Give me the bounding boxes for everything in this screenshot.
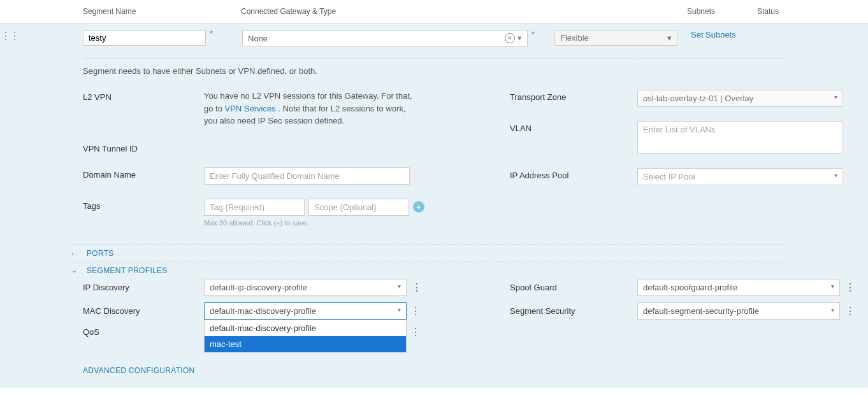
chevron-down-icon: ▾ <box>398 306 401 316</box>
set-subnets-link[interactable]: Set Subnets <box>691 30 736 39</box>
ip-pool-placeholder: Select IP Pool <box>643 172 695 181</box>
mac-discovery-select[interactable]: default-mac-discovery-profile ▾ <box>204 302 407 320</box>
header-subnets: Subnets <box>687 7 757 16</box>
qos-label: QoS <box>83 327 204 337</box>
ip-discovery-label: IP Discovery <box>83 283 204 292</box>
add-tag-button[interactable]: + <box>413 201 424 213</box>
tags-hint: Max 30 allowed. Click (+) to save. <box>204 219 510 227</box>
l2vpn-label: L2 VPN <box>83 90 204 102</box>
vpn-services-link[interactable]: VPN Services <box>225 104 276 113</box>
ip-discovery-value: default-ip-discovery-profile <box>210 283 307 292</box>
segment-type-value: Flexible <box>560 33 589 43</box>
spoof-guard-select[interactable]: default-spoofguard-profile ▾ <box>637 279 840 296</box>
required-indicator: * <box>532 29 535 39</box>
segment-profiles-section-link[interactable]: SEGMENT PROFILES <box>87 266 168 275</box>
mac-discovery-option[interactable]: default-mac-discovery-profile <box>205 320 406 336</box>
ports-section-link[interactable]: PORTS <box>87 249 114 258</box>
mac-discovery-value: default-mac-discovery-profile <box>210 306 316 316</box>
domain-name-label: Domain Name <box>83 167 204 180</box>
vlan-label: VLAN <box>510 121 637 133</box>
qos-actions[interactable]: ⋮ <box>410 326 419 338</box>
scope-input[interactable] <box>308 199 409 216</box>
spoof-guard-value: default-spoofguard-profile <box>643 283 737 292</box>
spoof-guard-actions[interactable]: ⋮ <box>845 281 854 293</box>
table-header: Segment Name Connected Gateway & Type Su… <box>0 0 868 24</box>
segment-security-select[interactable]: default-segment-security-profile ▾ <box>637 302 840 320</box>
segment-security-actions[interactable]: ⋮ <box>845 305 854 317</box>
vlan-input[interactable]: Enter List of VLANs <box>637 121 843 154</box>
clear-gateway-icon[interactable]: ✕ <box>505 33 515 43</box>
tags-label: Tags <box>83 199 204 211</box>
profiles-expand-toggle[interactable]: ⌄ <box>71 266 79 274</box>
segment-type-select[interactable]: Flexible ▾ <box>554 30 677 46</box>
connected-gateway-value: None <box>248 34 268 43</box>
spoof-guard-label: Spoof Guard <box>510 283 637 292</box>
chevron-down-icon: ▾ <box>831 283 834 292</box>
mac-discovery-actions[interactable]: ⋮ <box>410 305 419 317</box>
header-segment-name: Segment Name <box>25 7 241 16</box>
row-drag-handle[interactable]: ⋮⋮ <box>0 30 19 42</box>
connected-gateway-select[interactable]: None ✕ ▾ <box>242 30 528 46</box>
transport-zone-label: Transport Zone <box>510 90 637 102</box>
transport-zone-select[interactable]: osl-lab-overlay-tz-01 | Overlay ▾ <box>637 90 843 107</box>
ip-discovery-actions[interactable]: ⋮ <box>412 281 421 293</box>
tag-input[interactable] <box>204 199 305 216</box>
chevron-down-icon: ▾ <box>398 283 401 292</box>
mac-discovery-option[interactable]: mac-test <box>205 336 406 352</box>
segment-security-label: Segment Security <box>510 306 637 316</box>
chevron-down-icon: ▾ <box>831 306 834 316</box>
required-indicator: * <box>210 29 213 38</box>
transport-zone-value: osl-lab-overlay-tz-01 | Overlay <box>643 94 753 103</box>
ip-pool-select[interactable]: Select IP Pool ▾ <box>637 168 843 185</box>
advanced-configuration-link[interactable]: ADVANCED CONFIGURATION <box>83 366 868 375</box>
vpn-tunnel-label: VPN Tunnel ID <box>83 141 204 153</box>
chevron-down-icon: ▾ <box>517 33 522 43</box>
chevron-down-icon: ▾ <box>834 172 837 181</box>
segment-edit-row: ⋮⋮ * None ✕ ▾ * Flexible ▾ <box>0 24 868 388</box>
mac-discovery-dropdown: default-mac-discovery-profile mac-test <box>204 320 407 353</box>
chevron-down-icon: ▾ <box>834 94 837 103</box>
segment-security-value: default-segment-security-profile <box>643 306 759 316</box>
ip-discovery-select[interactable]: default-ip-discovery-profile ▾ <box>204 279 407 296</box>
ports-expand-toggle[interactable]: › <box>71 250 79 257</box>
mac-discovery-label: MAC Discovery <box>83 306 204 316</box>
subnet-vpn-hint: Segment needs to have either Subnets or … <box>83 66 868 76</box>
segment-name-input[interactable] <box>83 30 206 46</box>
ip-pool-label: IP Address Pool <box>510 168 637 180</box>
domain-name-input[interactable] <box>204 167 410 185</box>
l2vpn-info-text: You have no L2 VPN sessions for this Gat… <box>204 90 414 127</box>
header-status: Status <box>757 7 827 16</box>
chevron-down-icon: ▾ <box>667 33 672 43</box>
header-gateway-type: Connected Gateway & Type <box>241 7 687 16</box>
